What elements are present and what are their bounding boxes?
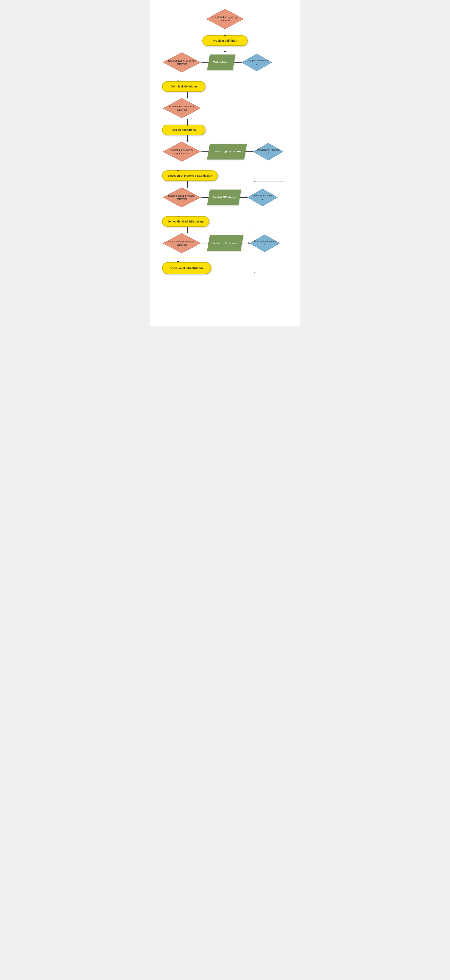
feedback-line-2 (254, 162, 296, 184)
detailed-design-node: Detailed design by design performer (162, 186, 202, 208)
technical-options-node: Technical options for SES (207, 144, 247, 159)
task-definition-doc-node: Task definition (207, 54, 235, 70)
svg-marker-3 (254, 91, 255, 93)
participation-moment-1-node: Participation moment 1 (241, 53, 273, 72)
joined-detailed-node: Joined detailed SES design (162, 216, 209, 227)
feedback-line-1 (254, 73, 296, 95)
requirements-node: Requirements by design performer (162, 97, 202, 119)
realized-infrastructure-node: Realized infrastructure (207, 235, 243, 251)
operational-infrastructure-node: Operational infrastructure (162, 262, 211, 274)
implementation-node: Implementation by design performer (162, 232, 202, 254)
participation-moment-2-node: Participation moment 2 (253, 142, 284, 161)
design-conditions-node: Design conditions (162, 124, 205, 135)
task-definition-node: Task definition by design performer (205, 8, 245, 30)
selection-preferred-node: Selection of preferred SES design (162, 170, 218, 181)
svg-marker-10 (254, 226, 255, 228)
detailed-ses-design-node: Detailed SES design (207, 189, 241, 205)
joint-task-definition-node: Joint task definition (162, 81, 205, 92)
page: Task definition by design performer Prob… (150, 0, 300, 327)
participation-moment-3-node: Participation moment 3 (247, 188, 278, 207)
feedback-line-4 (254, 254, 296, 276)
conceptual-design-node: Conceptual design by design performer (162, 141, 202, 162)
participation-moment-4-node: Particiaption moment 4 (249, 234, 280, 253)
flowchart: Task definition by design performer Prob… (154, 6, 296, 280)
feedback-line-3 (254, 208, 296, 230)
svg-marker-7 (254, 180, 255, 182)
problem-definition-node: Problem definition (202, 35, 248, 46)
task-clarification-node: Task clarification by design performer (162, 51, 202, 73)
svg-marker-13 (254, 272, 255, 274)
